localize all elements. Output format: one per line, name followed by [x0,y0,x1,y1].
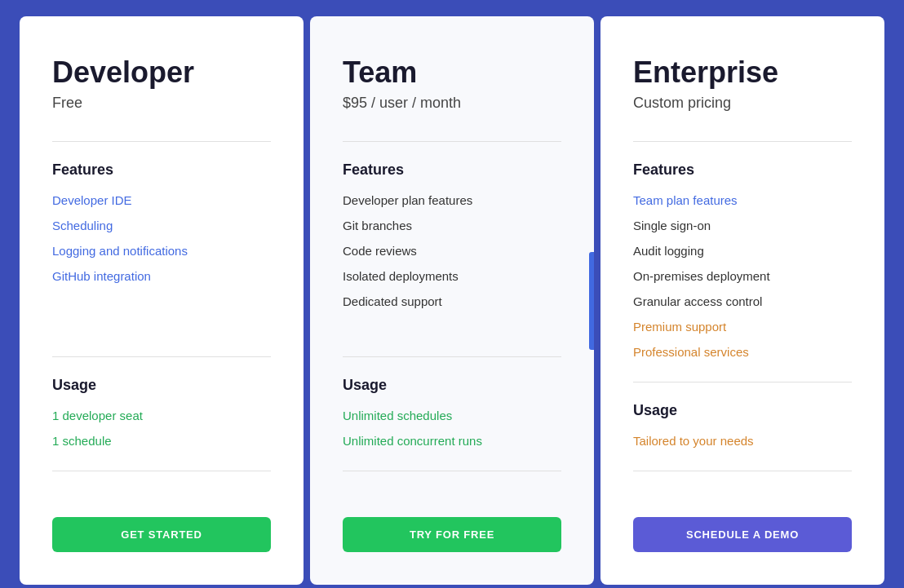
divider-bottom-enterprise [633,471,852,471]
feature-item: Single sign-on [633,217,852,234]
feature-item: Git branches [343,217,561,234]
plan-card-team: Team $95 / user / month Features Develop… [310,16,594,585]
feature-item: Developer plan features [343,192,561,209]
usage-label-developer: Usage [52,377,271,394]
feature-list-developer: Developer IDESchedulingLogging and notif… [52,192,271,293]
divider-bottom-team [343,471,561,471]
plan-name-enterprise: Enterprise [633,55,852,90]
feature-item: On-premises deployment [633,267,852,285]
divider-mid-developer [52,356,271,357]
feature-item: Isolated deployments [343,267,561,285]
feature-item: GitHub integration [52,267,271,285]
features-label-enterprise: Features [633,161,852,179]
usage-list-team: Unlimited schedulesUnlimited concurrent … [343,407,561,458]
usage-list-enterprise: Tailored to your needs [633,432,852,458]
usage-item: 1 developer seat [52,407,271,424]
usage-label-enterprise: Usage [633,402,852,419]
plan-name-team: Team [343,55,561,90]
usage-item: Tailored to your needs [633,432,852,449]
blue-accent [589,252,594,350]
divider-top-enterprise [633,141,852,142]
feature-item: Scheduling [52,217,271,234]
feature-list-team: Developer plan featuresGit branchesCode … [343,192,561,318]
features-label-team: Features [343,161,561,179]
feature-list-enterprise: Team plan featuresSingle sign-onAudit lo… [633,192,852,369]
feature-item: Professional services [633,343,852,360]
plan-price-enterprise: Custom pricing [633,95,852,112]
feature-item: Granular access control [633,293,852,310]
usage-list-developer: 1 developer seat1 schedule [52,407,271,458]
usage-label-team: Usage [343,377,561,394]
usage-item: Unlimited schedules [343,407,561,424]
usage-item: 1 schedule [52,432,271,449]
plan-price-developer: Free [52,95,271,112]
plan-card-developer: Developer Free Features Developer IDESch… [20,16,304,585]
divider-mid-enterprise [633,382,852,382]
feature-item: Logging and notifications [52,242,271,259]
plan-card-enterprise: Enterprise Custom pricing Features Team … [600,16,884,585]
feature-item: Dedicated support [343,293,561,310]
usage-item: Unlimited concurrent runs [343,432,561,449]
divider-top-team [343,141,561,142]
cta-button-developer[interactable]: GET STARTED [52,517,271,552]
feature-item: Team plan features [633,192,852,209]
divider-top-developer [52,141,271,142]
divider-mid-team [343,356,561,357]
feature-item: Premium support [633,318,852,335]
feature-item: Audit logging [633,242,852,259]
feature-item: Code reviews [343,242,561,259]
plan-name-developer: Developer [52,55,271,90]
cta-button-team[interactable]: TRY FOR FREE [343,517,561,552]
cta-button-enterprise[interactable]: SCHEDULE A DEMO [633,517,852,552]
divider-bottom-developer [52,471,271,471]
feature-item: Developer IDE [52,192,271,209]
features-label-developer: Features [52,161,271,179]
pricing-container: Developer Free Features Developer IDESch… [20,16,884,585]
plan-price-team: $95 / user / month [343,95,561,112]
spacer [52,293,271,343]
spacer [343,318,561,343]
